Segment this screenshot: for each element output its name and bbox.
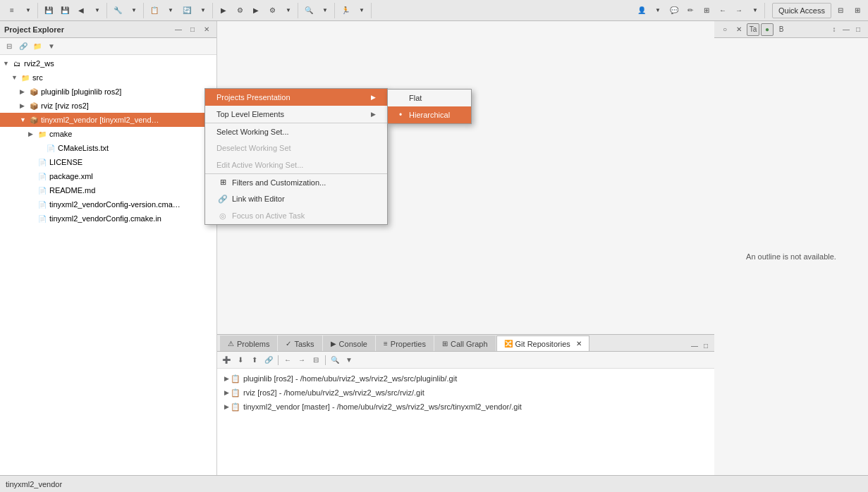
menu-item-edit-working-set-label: Edit Active Working Set... — [216, 161, 376, 169]
extra-btn-5[interactable]: ← — [715, 3, 731, 18]
back-button[interactable]: ◀ — [73, 3, 89, 18]
git-back-button[interactable]: ← — [281, 354, 294, 367]
git-forward-button[interactable]: → — [295, 354, 308, 367]
menu-button[interactable]: ≡ — [4, 3, 20, 18]
view-menu-button[interactable]: ▼ — [45, 40, 58, 53]
tab-problems[interactable]: ⚠ Problems — [220, 336, 277, 351]
git-add-button[interactable]: ➕ — [220, 354, 233, 367]
settings2-button[interactable]: ⚙ — [264, 3, 280, 18]
outline-panel: ○ ✕ Ta ● B ↕ — □ An outline is not avail… — [714, 21, 868, 475]
maximize-button[interactable]: □ — [187, 24, 198, 35]
submenu-item-flat[interactable]: Flat — [388, 90, 471, 106]
tab-tasks[interactable]: ✓ Tasks — [278, 336, 322, 351]
tab-console[interactable]: ▶ Console — [323, 336, 375, 351]
settings-button[interactable]: ⚙ — [232, 3, 247, 18]
menu-item-link-editor[interactable]: 🔗 Link with Editor — [205, 190, 387, 207]
git-push-button[interactable]: 🔗 — [262, 354, 275, 367]
search-dropdown[interactable]: ▼ — [317, 3, 333, 18]
build-button[interactable]: 🔧 — [110, 3, 126, 18]
tree-label-readme: README.md — [49, 186, 95, 195]
outline-btn-circle[interactable]: ○ — [719, 23, 731, 36]
menu-item-top-level-arrow: ▶ — [371, 111, 376, 118]
git-filter-button[interactable]: 🔍 — [329, 354, 341, 367]
outline-maximize-button[interactable]: □ — [852, 24, 864, 35]
repo-item-tinyxml2[interactable]: ▶ 📋 tinyxml2_vendor [master] - /home/ubu… — [223, 400, 709, 414]
tree-arrow-pluginlib: ▶ — [20, 88, 28, 95]
outline-minimize-button[interactable]: — — [841, 24, 852, 35]
profile-button[interactable]: 🏃 — [338, 3, 353, 18]
bottom-maximize-button[interactable]: □ — [700, 340, 711, 351]
tab-git-repositories[interactable]: 🔀 Git Repositories ✕ — [496, 336, 589, 351]
view-icon-2[interactable]: ⊞ — [850, 3, 865, 18]
main-toolbar: ≡ ▼ 💾 💾 ◀ ▼ 🔧 ▼ 📋 ▼ 🔄 ▼ ▶ ⚙ ▶ ⚙ ▼ 🔍 ▼ 🏃 … — [0, 0, 868, 21]
outline-btn-x[interactable]: ✕ — [733, 23, 745, 36]
tab-properties[interactable]: ≡ Properties — [376, 336, 434, 351]
tree-item-pluginlib[interactable]: ▶ 📦 pluginlib [pluginlib ros2] — [0, 85, 216, 99]
back-dropdown[interactable]: ▼ — [90, 3, 105, 18]
extra-btn-6[interactable]: → — [731, 3, 747, 18]
bottom-minimize-button[interactable]: — — [689, 340, 700, 351]
menu-item-projects-presentation-label: Projects Presentation — [216, 93, 371, 102]
tab-git-close[interactable]: ✕ — [576, 340, 582, 348]
tree-item-tinyxml2[interactable]: ▼ 📦 tinyxml2_vendor [tinyxml2_vend… — [0, 113, 216, 127]
git-pull-button[interactable]: ⬆ — [248, 354, 261, 367]
extra-btn-2[interactable]: 💬 — [666, 3, 682, 18]
save-button[interactable]: 💾 — [41, 3, 56, 18]
menu-dropdown[interactable]: ▼ — [20, 3, 36, 18]
menu-item-select-working-set[interactable]: Select Working Set... — [205, 123, 387, 140]
git-collapse-button[interactable]: ⊟ — [310, 354, 322, 367]
run2-button[interactable]: ▶ — [248, 3, 264, 18]
close-panel-button[interactable]: ✕ — [201, 24, 212, 35]
profile-dropdown[interactable]: ▼ — [354, 3, 369, 18]
new-button[interactable]: 📋 — [147, 3, 162, 18]
menu-item-filters[interactable]: ⊞ Filters and Customization... — [205, 173, 387, 190]
refresh-button[interactable]: 🔄 — [179, 3, 195, 18]
tree-item-license[interactable]: ▶ 📄 LICENSE — [0, 155, 216, 169]
submenu-item-hierarchical[interactable]: • Hierarchical — [388, 106, 471, 123]
extra-dropdown-2[interactable]: ▼ — [747, 3, 763, 18]
tree-item-src[interactable]: ▼ 📁 src — [0, 70, 216, 85]
outline-btn-bullet[interactable]: ● — [761, 23, 774, 36]
collapse-all-button[interactable]: ⊟ — [3, 40, 16, 53]
outline-scroll-btn[interactable]: ↕ — [829, 24, 840, 35]
tree-label-package: package.xml — [49, 172, 93, 180]
new-dropdown[interactable]: ▼ — [163, 3, 178, 18]
toolbar-group-search: 🔍 ▼ — [300, 3, 335, 18]
tree-item-workspace[interactable]: ▼ 🗂 rviz2_ws — [0, 56, 216, 70]
git-fetch-button[interactable]: ⬇ — [234, 354, 247, 367]
tree-item-cmakelists[interactable]: ▶ 📄 CMakeLists.txt — [0, 141, 216, 155]
link-editor-toolbar-button[interactable]: 🔗 — [17, 40, 30, 53]
view-icon-1[interactable]: ⊟ — [833, 3, 848, 18]
outline-btn-ta[interactable]: Ta — [747, 23, 759, 36]
extra-btn-4[interactable]: ⊞ — [699, 3, 714, 18]
tree-item-rviz[interactable]: ▶ 📦 rviz [rviz ros2] — [0, 99, 216, 113]
extra-btn-1[interactable]: 👤 — [634, 3, 649, 18]
extra-dropdown-1[interactable]: ▼ — [650, 3, 666, 18]
minimize-button[interactable]: — — [173, 24, 184, 35]
outline-btn-b[interactable]: B — [775, 23, 788, 36]
menu-item-top-level[interactable]: Top Level Elements ▶ — [205, 106, 387, 123]
menu-item-projects-presentation[interactable]: Projects Presentation ▶ Flat • Hierarchi… — [205, 89, 387, 106]
build-dropdown[interactable]: ▼ — [126, 3, 142, 18]
settings2-dropdown[interactable]: ▼ — [281, 3, 296, 18]
save-all-button[interactable]: 💾 — [57, 3, 73, 18]
toolbar-group-run: 📋 ▼ 🔄 ▼ — [145, 3, 213, 18]
repo-label-tinyxml2: tinyxml2_vendor [master] - /home/ubu/rvi… — [243, 402, 522, 411]
tab-problems-label: Problems — [237, 340, 269, 348]
tree-item-config-cmake[interactable]: ▶ 📄 tinyxml2_vendorConfig.cmake.in — [0, 211, 216, 226]
tab-callgraph-label: Call Graph — [451, 340, 488, 348]
tree-item-cmake[interactable]: ▶ 📁 cmake — [0, 127, 216, 141]
refresh-dropdown[interactable]: ▼ — [195, 3, 211, 18]
new-folder-button[interactable]: 📁 — [31, 40, 44, 53]
repo-item-rviz[interactable]: ▶ 📋 rviz [ros2] - /home/ubu/rviz2_ws/rvi… — [223, 386, 709, 400]
search-button[interactable]: 🔍 — [301, 3, 317, 18]
repo-item-pluginlib[interactable]: ▶ 📋 pluginlib [ros2] - /home/ubu/rviz2_w… — [223, 371, 709, 386]
extra-btn-3[interactable]: ✏ — [683, 3, 698, 18]
tree-item-readme[interactable]: ▶ 📄 README.md — [0, 183, 216, 197]
tree-item-package[interactable]: ▶ 📄 package.xml — [0, 169, 216, 183]
tree-item-config-version[interactable]: ▶ 📄 tinyxml2_vendorConfig-version.cma… — [0, 197, 216, 211]
run-button[interactable]: ▶ — [216, 3, 231, 18]
quick-access-button[interactable]: Quick Access — [772, 3, 831, 18]
git-menu-button[interactable]: ▼ — [343, 354, 355, 367]
tab-callgraph[interactable]: ⊞ Call Graph — [434, 336, 496, 351]
